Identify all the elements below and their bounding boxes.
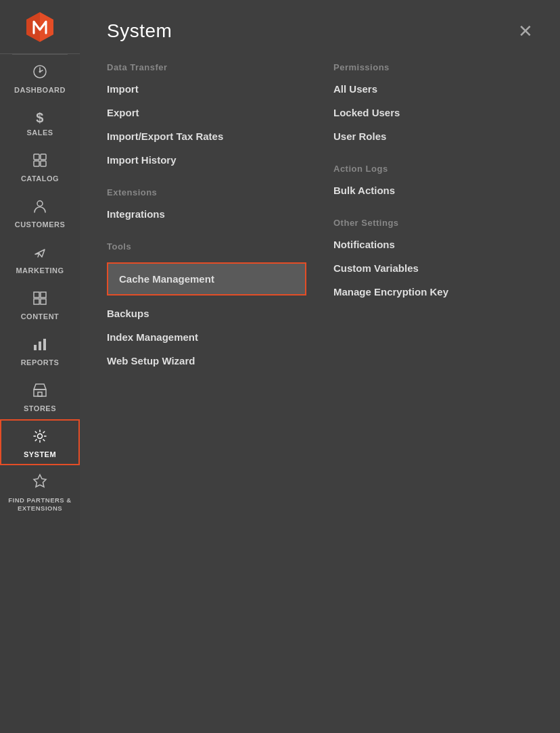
system-panel: System ✕ Data Transfer Import Export Imp…	[80, 0, 560, 733]
panel-header: System ✕	[107, 20, 533, 42]
web-setup-wizard-link[interactable]: Web Setup Wizard	[107, 355, 306, 366]
data-transfer-label: Data Transfer	[107, 62, 306, 72]
notifications-link[interactable]: Notifications	[333, 239, 533, 250]
svg-marker-22	[34, 475, 46, 487]
right-column: Permissions All Users Locked Users User …	[327, 62, 533, 388]
columns-layout: Data Transfer Import Export Import/Expor…	[107, 62, 533, 388]
sidebar-item-marketing[interactable]: MARKETING	[0, 235, 80, 281]
import-history-link[interactable]: Import History	[107, 154, 306, 166]
svg-rect-11	[34, 292, 39, 298]
sidebar-item-marketing-label: MARKETING	[16, 266, 64, 275]
main-content: System ✕ Data Transfer Import Export Imp…	[80, 0, 560, 733]
sidebar-item-dashboard[interactable]: DASHBOARD	[0, 55, 80, 101]
tools-section: Tools Cache Management Backups Index Man…	[107, 241, 306, 366]
integrations-link[interactable]: Integrations	[107, 208, 306, 220]
extensions-label: Extensions	[107, 187, 306, 197]
data-transfer-section: Data Transfer Import Export Import/Expor…	[107, 62, 306, 166]
sidebar-item-catalog-label: CATALOG	[21, 174, 59, 183]
sidebar-item-dashboard-label: DASHBOARD	[14, 86, 66, 94]
panel-title: System	[107, 20, 172, 42]
other-settings-section: Other Settings Notifications Custom Vari…	[333, 218, 533, 298]
left-column: Data Transfer Import Export Import/Expor…	[107, 62, 327, 388]
svg-rect-16	[39, 341, 41, 350]
other-settings-label: Other Settings	[333, 218, 533, 228]
sidebar-item-content[interactable]: CONTENT	[0, 281, 80, 327]
action-logs-label: Action Logs	[333, 164, 533, 174]
customers-icon	[32, 199, 47, 218]
permissions-section: Permissions All Users Locked Users User …	[333, 62, 533, 142]
backups-link[interactable]: Backups	[107, 308, 306, 319]
system-icon	[32, 429, 47, 448]
svg-point-5	[39, 71, 41, 73]
manage-encryption-key-link[interactable]: Manage Encryption Key	[333, 286, 533, 298]
sidebar-item-system-label: SYSTEM	[24, 450, 56, 458]
sidebar-item-reports-label: REPORTS	[21, 358, 60, 366]
svg-rect-13	[34, 299, 39, 304]
sidebar-item-content-label: CONTENT	[21, 312, 60, 321]
svg-point-10	[37, 201, 43, 206]
sidebar-item-stores-label: STORES	[24, 404, 56, 412]
sales-icon: $	[36, 110, 44, 126]
reports-icon	[32, 337, 47, 356]
sidebar-item-stores[interactable]: STORES	[0, 373, 80, 419]
close-button[interactable]: ✕	[518, 22, 533, 40]
import-link[interactable]: Import	[107, 83, 306, 95]
sidebar-item-customers[interactable]: CUSTOMERS	[0, 189, 80, 235]
svg-rect-17	[43, 339, 46, 350]
sidebar-item-customers-label: CUSTOMERS	[15, 220, 66, 229]
action-logs-section: Action Logs Bulk Actions	[333, 164, 533, 196]
content-icon	[32, 291, 47, 310]
svg-rect-14	[41, 299, 46, 304]
sidebar-item-sales-label: SALES	[26, 128, 53, 137]
locked-users-link[interactable]: Locked Users	[333, 107, 533, 118]
user-roles-link[interactable]: User Roles	[333, 131, 533, 142]
export-link[interactable]: Export	[107, 107, 306, 118]
sidebar-item-catalog[interactable]: CATALOG	[0, 143, 80, 189]
import-export-tax-link[interactable]: Import/Export Tax Rates	[107, 131, 306, 142]
sidebar-item-sales[interactable]: $ SALES	[0, 101, 80, 143]
svg-rect-6	[34, 154, 39, 160]
svg-rect-9	[41, 161, 46, 166]
dashboard-icon	[32, 64, 47, 83]
svg-rect-12	[41, 292, 46, 298]
svg-rect-7	[41, 154, 46, 160]
cache-management-link[interactable]: Cache Management	[107, 262, 306, 295]
sidebar-item-reports[interactable]: REPORTS	[0, 327, 80, 373]
permissions-label: Permissions	[333, 62, 533, 72]
tools-label: Tools	[107, 241, 306, 252]
sidebar-item-system[interactable]: SYSTEM	[0, 419, 80, 465]
extensions-section: Extensions Integrations	[107, 187, 306, 220]
custom-variables-link[interactable]: Custom Variables	[333, 262, 533, 274]
stores-icon	[32, 383, 47, 402]
index-management-link[interactable]: Index Management	[107, 331, 306, 343]
sidebar-item-find-partners-label: FIND PARTNERS & EXTENSIONS	[5, 496, 74, 513]
svg-rect-18	[34, 389, 46, 396]
catalog-icon	[32, 153, 47, 172]
find-partners-icon	[32, 473, 47, 494]
svg-rect-8	[34, 161, 39, 166]
svg-rect-15	[34, 345, 37, 350]
magento-logo-icon	[22, 9, 57, 45]
svg-rect-19	[38, 392, 42, 396]
sidebar-item-find-partners[interactable]: FIND PARTNERS & EXTENSIONS	[0, 465, 80, 519]
bulk-actions-link[interactable]: Bulk Actions	[333, 185, 533, 196]
sidebar-logo	[0, 0, 80, 54]
sidebar: DASHBOARD $ SALES CATALOG CUSTOMERS	[0, 0, 80, 733]
svg-point-21	[38, 434, 43, 439]
all-users-link[interactable]: All Users	[333, 83, 533, 95]
marketing-icon	[32, 245, 47, 264]
